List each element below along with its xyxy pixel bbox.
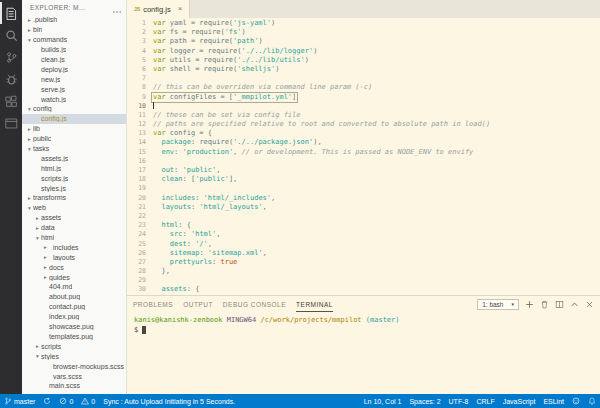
code-line[interactable]: 29 xyxy=(127,276,600,285)
code-line[interactable]: 2var fs = require('fs') xyxy=(127,28,600,37)
status-sync-status[interactable]: Sync : Auto Upload Initiating in 5 Secon… xyxy=(99,394,239,408)
tree-folder--publish[interactable]: ▸.publish xyxy=(22,15,126,25)
plus-icon[interactable] xyxy=(524,299,534,309)
code-line[interactable]: 9var configFiles = ['_mmpilot.yml'] xyxy=(127,93,600,102)
tree-folder-public[interactable]: ▸public xyxy=(22,134,126,144)
tree-file-clean-js[interactable]: clean.js xyxy=(22,55,126,65)
tree-file-config-js[interactable]: config.js xyxy=(22,114,126,124)
tree-file-404-md[interactable]: 404.md xyxy=(22,282,126,292)
search-icon[interactable] xyxy=(0,24,22,46)
tree-file-about-pug[interactable]: about.pug xyxy=(22,292,126,302)
panel-tab-debug-console[interactable]: DEBUG CONSOLE xyxy=(223,296,286,312)
tree-file-showcase-pug[interactable]: showcase.pug xyxy=(22,322,126,332)
tree-file-watch-js[interactable]: watch.js xyxy=(22,94,126,104)
code-line[interactable]: 12// paths are specified relative to roo… xyxy=(127,120,600,129)
tree-folder-html[interactable]: ▾html xyxy=(22,233,126,243)
code-line[interactable]: 25 dest: '/', xyxy=(127,240,600,249)
tree-file-main-scss[interactable]: main.scss xyxy=(22,381,126,391)
tree-file-new-js[interactable]: new.js xyxy=(22,74,126,84)
status-feedback[interactable] xyxy=(568,394,584,408)
tree-file-scripts-js[interactable]: scripts.js xyxy=(22,173,126,183)
status-language-mode[interactable]: JavaScript xyxy=(499,394,540,408)
source-control-icon[interactable] xyxy=(0,46,22,68)
split-icon[interactable] xyxy=(554,299,564,309)
more-actions-icon[interactable] xyxy=(112,3,122,13)
code-line[interactable]: 4var logger = require('./../lib/logger') xyxy=(127,47,600,56)
code-line[interactable]: 8// this can be overriden via command li… xyxy=(127,83,600,92)
tree-file-serve-js[interactable]: serve.js xyxy=(22,84,126,94)
tree-file-contact-pug[interactable]: contact.pug xyxy=(22,302,126,312)
panel-tab-problems[interactable]: PROBLEMS xyxy=(133,296,173,312)
code-line[interactable]: 1var yaml = require('js-yaml') xyxy=(127,19,600,28)
status-notifications[interactable] xyxy=(584,394,600,408)
tree-folder-web[interactable]: ▾web xyxy=(22,203,126,213)
terminal-content[interactable]: kanis@kanishk-zenbook MINGW64 /c/work/pr… xyxy=(127,312,600,394)
tree-file--browser-mockups-scss[interactable]: _browser-mockups.scss xyxy=(22,361,126,371)
trash-icon[interactable] xyxy=(539,299,549,309)
tree-file-index-pug[interactable]: index.pug xyxy=(22,312,126,322)
status-warnings[interactable]: 0 xyxy=(77,394,99,408)
code-editor[interactable]: 1var yaml = require('js-yaml')2var fs = … xyxy=(127,18,600,295)
code-line[interactable]: 21 layouts: 'html/_layouts', xyxy=(127,203,600,212)
code-line[interactable]: 6var shell = require('shelljs') xyxy=(127,65,600,74)
code-line[interactable]: 16 xyxy=(127,157,600,166)
code-line[interactable]: 26 sitemap: 'sitemap.xml', xyxy=(127,249,600,258)
debug-icon[interactable] xyxy=(0,68,22,90)
terminal-picker[interactable]: 1: bash xyxy=(477,299,519,310)
tree-folder--layouts[interactable]: ▸_layouts xyxy=(22,252,126,262)
extensions-icon[interactable] xyxy=(0,90,22,112)
status-git-branch[interactable]: master xyxy=(0,394,39,408)
code-line[interactable]: 20 includes: 'html/_includes', xyxy=(127,194,600,203)
code-line[interactable]: 13var config = { xyxy=(127,129,600,138)
code-line[interactable]: 19 xyxy=(127,184,600,193)
tree-folder-scripts[interactable]: ▸scripts xyxy=(22,341,126,351)
code-line[interactable]: 28 }, xyxy=(127,267,600,276)
close-icon[interactable] xyxy=(178,5,183,13)
status-indentation[interactable]: Spaces: 2 xyxy=(405,394,444,408)
tree-file-assets-js[interactable]: assets.js xyxy=(22,153,126,163)
code-line[interactable]: 3var path = require('path') xyxy=(127,37,600,46)
status-encoding[interactable]: UTF-8 xyxy=(445,394,473,408)
code-line[interactable]: 23 html: { xyxy=(127,221,600,230)
tree-file-styles-js[interactable]: styles.js xyxy=(22,183,126,193)
tab-config-js[interactable]: JS config.js xyxy=(127,0,190,18)
status-eol[interactable]: CRLF xyxy=(472,394,498,408)
tree-file-html-js[interactable]: html.js xyxy=(22,163,126,173)
code-line[interactable]: 30 assets: { xyxy=(127,285,600,294)
status-cursor-position[interactable]: Ln 10, Col 1 xyxy=(360,394,406,408)
tree-folder-data[interactable]: ▸data xyxy=(22,223,126,233)
preview-icon[interactable] xyxy=(0,112,22,134)
tree-folder-commands[interactable]: ▾commands xyxy=(22,35,126,45)
explorer-icon[interactable] xyxy=(0,2,22,24)
panel-tab-terminal[interactable]: TERMINAL xyxy=(296,296,333,312)
code-line[interactable]: 11// these can be set via config file xyxy=(127,111,600,120)
tree-folder-transforms[interactable]: ▸transforms xyxy=(22,193,126,203)
tree-folder-tasks[interactable]: ▾tasks xyxy=(22,144,126,154)
tree-folder-docs[interactable]: ▸docs xyxy=(22,262,126,272)
code-line[interactable]: 14 package: require('./../package.json')… xyxy=(127,138,600,147)
tree-folder-assets[interactable]: ▸assets xyxy=(22,213,126,223)
code-line[interactable]: 15 env: 'production', // or development.… xyxy=(127,148,600,157)
tree-folder-config[interactable]: ▾config xyxy=(22,104,126,114)
status-errors[interactable]: 0 xyxy=(55,394,77,408)
status-sync[interactable] xyxy=(39,394,55,408)
tree-folder-styles[interactable]: ▾styles xyxy=(22,351,126,361)
tree-file-templates-pug[interactable]: templates.pug xyxy=(22,332,126,342)
status-eslint[interactable]: ESLint xyxy=(539,394,568,408)
code-line[interactable]: 24 src: 'html', xyxy=(127,230,600,239)
tree-folder-bin[interactable]: ▸bin xyxy=(22,25,126,35)
code-line[interactable]: 17 out: 'public', xyxy=(127,166,600,175)
tree-folder-lib[interactable]: ▸lib xyxy=(22,124,126,134)
tree-file-builds-js[interactable]: builds.js xyxy=(22,45,126,55)
code-line[interactable]: 22 xyxy=(127,212,600,221)
code-line[interactable]: 10 xyxy=(127,102,600,111)
code-line[interactable]: 7 xyxy=(127,74,600,83)
close-icon[interactable] xyxy=(584,299,594,309)
tree-folder--includes[interactable]: ▸_includes xyxy=(22,242,126,252)
panel-tab-output[interactable]: OUTPUT xyxy=(183,296,213,312)
chevron-up-icon[interactable] xyxy=(569,299,579,309)
code-line[interactable]: 27 prettyurls: true xyxy=(127,258,600,267)
tree-folder-guides[interactable]: ▸guides xyxy=(22,272,126,282)
code-line[interactable]: 5var utils = require('./../lib/utils') xyxy=(127,56,600,65)
code-line[interactable]: 18 clean: ['public'], xyxy=(127,175,600,184)
